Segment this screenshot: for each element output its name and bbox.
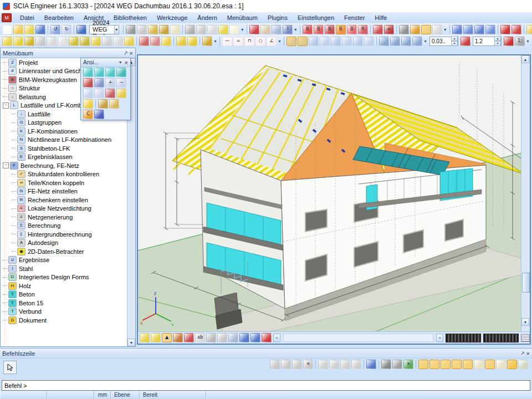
spline-select-icon[interactable] xyxy=(329,360,339,369)
palette-header[interactable]: Ansi... ▼ × xyxy=(81,58,130,67)
measure-icon[interactable] xyxy=(507,360,517,369)
save-icon[interactable] xyxy=(35,25,45,34)
pin-icon[interactable]: T xyxy=(122,50,129,56)
status-plane[interactable]: Ebene XY xyxy=(111,391,140,399)
command-input[interactable]: Befehl > xyxy=(2,380,530,391)
node-labels-icon[interactable] xyxy=(390,37,400,46)
member-display-6-icon[interactable]: R xyxy=(358,25,368,34)
toolbar-overflow-icon[interactable]: ▼ xyxy=(240,25,245,34)
selection-cursor-button[interactable] xyxy=(3,361,17,374)
snap-delete-icon[interactable]: × xyxy=(303,360,313,369)
member-labels-icon[interactable] xyxy=(401,37,411,46)
menu-werkzeuge[interactable]: Werkzeuge xyxy=(152,14,192,21)
print-icon[interactable] xyxy=(185,25,195,34)
truss-icon[interactable] xyxy=(91,37,101,46)
abc-labels-icon[interactable]: ab xyxy=(195,333,205,342)
spin-down-icon[interactable]: ▼ xyxy=(494,41,501,46)
connect-members-icon[interactable] xyxy=(124,37,134,46)
print-preview-icon[interactable] xyxy=(196,25,206,34)
render-hidden-lines-icon[interactable] xyxy=(342,37,352,46)
fly-mode-icon[interactable] xyxy=(511,25,521,34)
view-parameters-icon[interactable]: C xyxy=(83,110,93,119)
perspective-icon[interactable] xyxy=(94,110,104,119)
polygon-select-icon[interactable] xyxy=(318,360,328,369)
project-window-icon[interactable] xyxy=(76,25,86,34)
menu-plugins[interactable]: Plugins xyxy=(263,14,293,21)
model-3d[interactable]: X Y Z xyxy=(138,55,521,331)
new-document-icon[interactable] xyxy=(2,25,12,34)
plate-icon[interactable] xyxy=(24,37,34,46)
spin-up-icon[interactable]: ▲ xyxy=(494,36,501,41)
member-info-icon[interactable]: ? xyxy=(283,25,293,34)
menu-bibliotheken[interactable]: Bibliotheken xyxy=(109,14,152,21)
scroll-down-icon[interactable]: ▼ xyxy=(127,339,135,346)
snap-midpoint-icon[interactable] xyxy=(463,360,473,369)
cut-member-icon[interactable] xyxy=(113,37,123,46)
menu-bearbeiten[interactable]: Bearbeiten xyxy=(39,14,79,21)
surface-edit-icon[interactable] xyxy=(161,37,171,46)
snap-endpoint-icon[interactable] xyxy=(418,360,428,369)
new-report-icon[interactable] xyxy=(229,25,239,34)
pin-icon[interactable]: T xyxy=(519,350,525,356)
toolbar-overflow-icon[interactable]: ▼ xyxy=(277,37,282,45)
hatch-display-icon[interactable] xyxy=(217,333,227,342)
tree-item[interactable]: ∪Ergebnisse xyxy=(1,256,127,265)
layer-copy-icon[interactable] xyxy=(250,333,260,342)
viewport-toolbar-track[interactable] xyxy=(283,334,433,342)
display-settings-icon[interactable] xyxy=(399,25,409,34)
activity-phase-2-icon[interactable] xyxy=(432,25,442,34)
snap-arc-icon[interactable] xyxy=(292,360,302,369)
splitter-grip-icon[interactable] xyxy=(521,334,530,342)
ucs-icon[interactable] xyxy=(392,360,402,369)
document-export-icon[interactable] xyxy=(218,25,228,34)
trace-select-icon[interactable] xyxy=(351,360,361,369)
snap-step-icon[interactable] xyxy=(461,37,470,46)
delete-x-icon[interactable]: × xyxy=(403,360,413,369)
tree-item[interactable]: ◉2D-Daten-Betrachter xyxy=(1,247,127,256)
render-surface-icon[interactable] xyxy=(298,37,308,46)
rendered-pencil-icon[interactable] xyxy=(151,333,161,342)
clipping-box-icon[interactable] xyxy=(116,89,126,98)
snap-arc-center-icon[interactable] xyxy=(485,360,495,369)
member-display-3-icon[interactable]: B xyxy=(325,25,335,34)
scale-factor-spinner[interactable]: 1.2 ▲▼ xyxy=(473,37,502,46)
table-composer-icon[interactable] xyxy=(159,25,169,34)
zoom-out-icon[interactable]: − xyxy=(116,78,126,88)
rotate-view-icon[interactable] xyxy=(83,78,93,88)
activity-bar-1[interactable] xyxy=(446,334,481,342)
palette-dropdown-icon[interactable]: ▼ xyxy=(119,60,122,64)
viewport-vertical-scrollbar[interactable]: ▲ ▼ xyxy=(521,55,530,331)
line-grid-icon[interactable]: — xyxy=(222,37,232,46)
snap-line-icon[interactable] xyxy=(281,360,291,369)
zoom-selection-icon[interactable] xyxy=(105,89,115,98)
light-icon[interactable] xyxy=(83,99,93,109)
window-2-icon[interactable] xyxy=(463,25,473,34)
snap-node-icon[interactable] xyxy=(429,360,439,369)
deselect-icon[interactable] xyxy=(340,360,350,369)
document-search-icon[interactable] xyxy=(260,25,270,34)
tree-item[interactable]: NFE-Netz einstellen xyxy=(1,187,127,196)
scroll-up-icon[interactable]: ▲ xyxy=(521,55,529,63)
toolbar-overflow-icon[interactable]: ▼ xyxy=(525,37,530,45)
dimension-line-icon[interactable]: ⊓ xyxy=(244,37,254,46)
tree-item[interactable]: TBeton xyxy=(1,290,127,299)
close-icon[interactable]: × xyxy=(526,351,530,356)
tree-item[interactable]: ∞Teile/Knoten koppeln xyxy=(1,178,127,187)
book-icon[interactable] xyxy=(228,333,238,342)
snap-free-icon[interactable] xyxy=(270,360,280,369)
save-all-icon[interactable] xyxy=(24,25,34,34)
view-x-icon[interactable] xyxy=(83,68,93,77)
center-target-icon[interactable]: + xyxy=(384,25,394,34)
weld-nodes-icon[interactable] xyxy=(202,37,212,46)
redo-icon[interactable]: ↻ xyxy=(62,25,71,34)
snap-step-spinner[interactable]: 0.03.. ▲▼ xyxy=(429,37,458,46)
wireframe-pencil-icon[interactable] xyxy=(140,333,150,342)
tree-item[interactable]: TBeton 15 xyxy=(1,299,127,308)
grid-points-icon[interactable] xyxy=(381,360,391,369)
angle-icon[interactable]: ∠ xyxy=(267,37,277,46)
circle-icon[interactable]: ○ xyxy=(255,37,265,46)
panel-icon[interactable] xyxy=(58,37,68,46)
move-node-icon[interactable] xyxy=(139,37,149,46)
tree-expander-icon[interactable]: − xyxy=(3,103,9,109)
member-display-1-icon[interactable]: B xyxy=(303,25,313,34)
